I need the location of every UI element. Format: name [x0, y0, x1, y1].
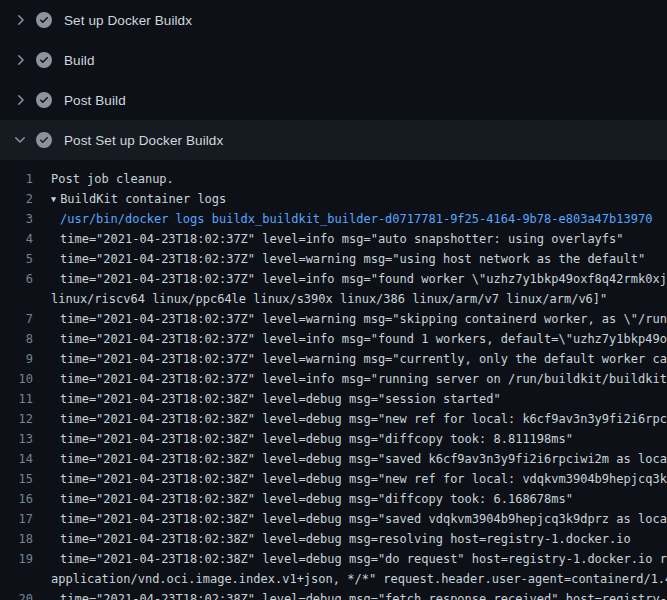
line-number-link[interactable]: 15	[0, 469, 33, 489]
step-title: Post Set up Docker Buildx	[64, 133, 223, 148]
log-line-text: time="2021-04-23T18:02:37Z" level=warnin…	[51, 249, 667, 269]
log-line-text: time="2021-04-23T18:02:38Z" level=debug …	[51, 469, 667, 489]
log-line: 5 time="2021-04-23T18:02:37Z" level=warn…	[0, 249, 667, 269]
log-line-text: time="2021-04-23T18:02:38Z" level=debug …	[51, 389, 667, 409]
step-title: Set up Docker Buildx	[64, 13, 192, 28]
chevron-right-icon	[12, 52, 28, 68]
line-number-link[interactable]: 8	[0, 329, 33, 349]
log-line: 14 time="2021-04-23T18:02:38Z" level=deb…	[0, 449, 667, 469]
line-number-link[interactable]: 12	[0, 409, 33, 429]
log-line: 19 time="2021-04-23T18:02:38Z" level=deb…	[0, 549, 667, 569]
log-line-text[interactable]: ▼BuildKit container logs	[51, 189, 667, 209]
log-line-text: time="2021-04-23T18:02:38Z" level=debug …	[51, 409, 667, 429]
line-number-link[interactable]: 4	[0, 229, 33, 249]
line-number-link[interactable]: 6	[0, 269, 33, 289]
log-line-text: linux/riscv64 linux/ppc64le linux/s390x …	[51, 289, 667, 309]
log-line-text: time="2021-04-23T18:02:37Z" level=info m…	[51, 229, 667, 249]
line-number-link[interactable]: 11	[0, 389, 33, 409]
log-line-text: time="2021-04-23T18:02:37Z" level=warnin…	[51, 309, 667, 329]
log-line: 9 time="2021-04-23T18:02:37Z" level=warn…	[0, 349, 667, 369]
log-line: 7 time="2021-04-23T18:02:37Z" level=warn…	[0, 309, 667, 329]
log-line: 10 time="2021-04-23T18:02:37Z" level=inf…	[0, 369, 667, 389]
log-line-text: time="2021-04-23T18:02:37Z" level=warnin…	[51, 349, 667, 369]
check-circle-icon	[36, 52, 52, 68]
log-group-title: BuildKit container logs	[60, 192, 226, 206]
step-header-build[interactable]: Build	[0, 40, 667, 80]
line-number-link[interactable]: 10	[0, 369, 33, 389]
line-number-link[interactable]: 20	[0, 589, 33, 600]
line-number-link[interactable]: 13	[0, 429, 33, 449]
log-line: 17 time="2021-04-23T18:02:38Z" level=deb…	[0, 509, 667, 529]
check-circle-icon	[36, 132, 52, 148]
line-number-link[interactable]: 7	[0, 309, 33, 329]
chevron-right-icon	[12, 92, 28, 108]
log-line-text: time="2021-04-23T18:02:38Z" level=debug …	[51, 549, 667, 569]
log-line: 16 time="2021-04-23T18:02:38Z" level=deb…	[0, 489, 667, 509]
log-line: 13 time="2021-04-23T18:02:38Z" level=deb…	[0, 429, 667, 449]
check-circle-icon	[36, 92, 52, 108]
log-line-text: time="2021-04-23T18:02:38Z" level=debug …	[51, 429, 667, 449]
log-line: 6 time="2021-04-23T18:02:37Z" level=info…	[0, 269, 667, 289]
chevron-right-icon	[12, 12, 28, 28]
log-line-text: time="2021-04-23T18:02:37Z" level=info m…	[51, 269, 667, 289]
line-number-link[interactable]: 3	[0, 209, 33, 229]
step-header-post-build[interactable]: Post Build	[0, 80, 667, 120]
line-number-link	[0, 289, 33, 309]
line-number-link[interactable]: 18	[0, 529, 33, 549]
check-circle-icon	[36, 12, 52, 28]
log-line: 1 Post job cleanup.	[0, 169, 667, 189]
log-line: 8 time="2021-04-23T18:02:37Z" level=info…	[0, 329, 667, 349]
log-line-text: time="2021-04-23T18:02:38Z" level=debug …	[51, 529, 667, 549]
line-number-link[interactable]: 19	[0, 549, 33, 569]
step-title: Post Build	[64, 93, 126, 108]
log-group-header: 2 ▼BuildKit container logs	[0, 189, 667, 209]
log-line-text: time="2021-04-23T18:02:37Z" level=info m…	[51, 369, 667, 389]
log-line: 15 time="2021-04-23T18:02:38Z" level=deb…	[0, 469, 667, 489]
log-line-text: time="2021-04-23T18:02:38Z" level=debug …	[51, 509, 667, 529]
line-number-link[interactable]: 16	[0, 489, 33, 509]
log-line-text: time="2021-04-23T18:02:38Z" level=debug …	[51, 489, 667, 509]
collapse-triangle-icon: ▼	[51, 189, 56, 209]
chevron-down-icon	[12, 132, 28, 148]
log-line-text: /usr/bin/docker logs buildx_buildkit_bui…	[51, 209, 667, 229]
step-title: Build	[64, 53, 95, 68]
log-line-text: time="2021-04-23T18:02:38Z" level=debug …	[51, 449, 667, 469]
line-number-link	[0, 569, 33, 589]
log-line-text: time="2021-04-23T18:02:37Z" level=info m…	[51, 329, 667, 349]
log-line: 11 time="2021-04-23T18:02:38Z" level=deb…	[0, 389, 667, 409]
job-steps-list: Set up Docker Buildx Build Post Build Po…	[0, 0, 667, 160]
line-number-link[interactable]: 17	[0, 509, 33, 529]
log-command-line: 3 /usr/bin/docker logs buildx_buildkit_b…	[0, 209, 667, 229]
log-line: 12 time="2021-04-23T18:02:38Z" level=deb…	[0, 409, 667, 429]
log-line: 4 time="2021-04-23T18:02:37Z" level=info…	[0, 229, 667, 249]
line-number-link[interactable]: 2	[0, 189, 33, 209]
step-header-post-set-up-docker-buildx[interactable]: Post Set up Docker Buildx	[0, 120, 667, 160]
log-viewer: 1 Post job cleanup. 2 ▼BuildKit containe…	[0, 160, 667, 600]
log-line: 18 time="2021-04-23T18:02:38Z" level=deb…	[0, 529, 667, 549]
log-line-text: time="2021-04-23T18:02:38Z" level=debug …	[51, 589, 667, 600]
log-line: 20 time="2021-04-23T18:02:38Z" level=deb…	[0, 589, 667, 600]
step-header-set-up-docker-buildx[interactable]: Set up Docker Buildx	[0, 0, 667, 40]
log-line-continuation: application/vnd.oci.image.index.v1+json,…	[0, 569, 667, 589]
line-number-link[interactable]: 9	[0, 349, 33, 369]
line-number-link[interactable]: 1	[0, 169, 33, 189]
line-number-link[interactable]: 5	[0, 249, 33, 269]
line-number-link[interactable]: 14	[0, 449, 33, 469]
log-line-text: application/vnd.oci.image.index.v1+json,…	[51, 569, 667, 589]
log-line-continuation: linux/riscv64 linux/ppc64le linux/s390x …	[0, 289, 667, 309]
log-line-text: Post job cleanup.	[51, 169, 667, 189]
